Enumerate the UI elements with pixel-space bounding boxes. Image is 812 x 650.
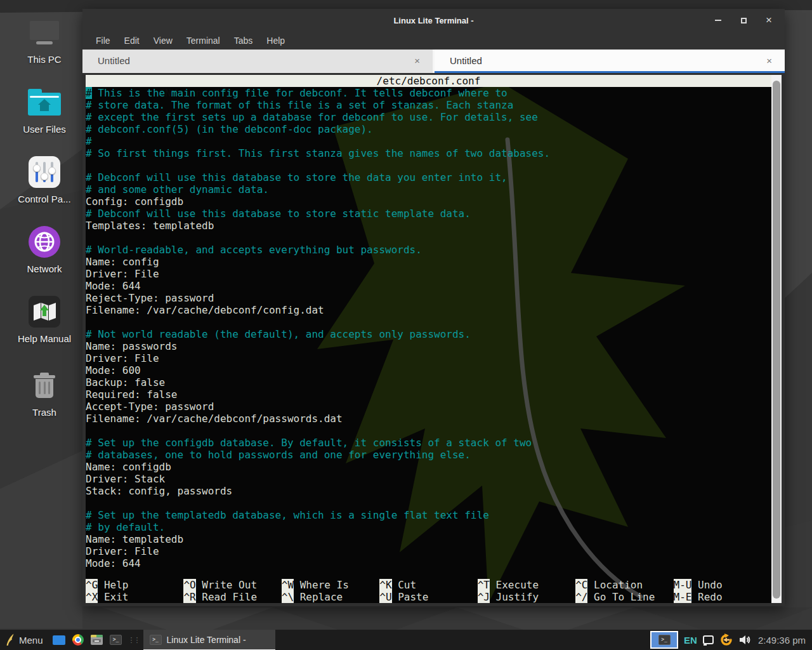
editor-line: # Set up the configdb database. By defau… (86, 437, 771, 449)
tab-untitled-1[interactable]: Untitled × (82, 50, 433, 73)
linux-lite-feather-icon (5, 633, 15, 646)
system-tray: >_ EN 2:49:36 pm (650, 630, 812, 650)
nano-shortcut: ^KCut (379, 579, 477, 591)
tab-close-icon[interactable]: × (766, 55, 772, 66)
show-desktop-button[interactable] (51, 632, 67, 648)
nano-shortcut: M-UUndo (674, 579, 771, 591)
window-titlebar[interactable]: Linux Lite Terminal - × (82, 9, 785, 32)
editor-line: Filename: /var/cache/debconf/config.dat (86, 304, 771, 316)
menu-edit[interactable]: Edit (117, 36, 147, 46)
taskbar: Menu >_ ⋮⋮ >_ Linux Lite Terminal - >_ E… (0, 630, 812, 650)
editor-line: # Debconf will use this database to stor… (86, 208, 771, 220)
editor-line: Filename: /var/cache/debconf/passwords.d… (86, 413, 771, 425)
editor-line (86, 497, 771, 509)
editor-line: # (86, 135, 771, 147)
nano-filename: /etc/debconf.conf (86, 75, 771, 87)
desktop-icon-user-files[interactable]: User Files (9, 86, 80, 135)
menu-view[interactable]: View (147, 36, 180, 46)
editor-line: Driver: File (86, 268, 771, 280)
desktop: This PC User Files Control Pa... (0, 0, 812, 650)
nano-shortcut: ^\Replace (282, 591, 379, 603)
chrome-launcher[interactable] (70, 632, 86, 648)
desktop-icon-help-manual[interactable]: Help Manual (9, 296, 80, 344)
editor-line: # by default. (86, 521, 771, 533)
update-notifier-icon[interactable] (719, 633, 733, 647)
menu-file[interactable]: File (89, 36, 117, 46)
editor-line: Name: config (86, 256, 771, 268)
desktop-icon-label: Help Manual (9, 333, 80, 344)
terminal-launcher[interactable]: >_ (108, 632, 124, 648)
editor-line: # Set up the templatedb database, which … (86, 509, 771, 521)
nano-shortcuts-row-2: ^XExit^RRead File^\Replace^UPaste^JJusti… (86, 591, 771, 603)
editor-line (86, 316, 771, 328)
nano-shortcut: ^CLocation (575, 579, 673, 591)
desktop-icon-label: User Files (9, 124, 80, 135)
start-menu-button[interactable]: Menu (0, 630, 49, 650)
editor-line: Accept-Type: password (86, 401, 771, 413)
editor-line: # debconf.conf(5) (in the debconf-doc pa… (86, 123, 771, 135)
keyboard-layout-indicator[interactable]: EN (684, 635, 697, 646)
nano-shortcut: ^/Go To Line (575, 591, 673, 603)
editor-line: Driver: Stack (86, 473, 771, 485)
display-tray-icon[interactable] (703, 635, 714, 644)
clock[interactable]: 2:49:36 pm (758, 635, 806, 646)
trash-icon (9, 369, 80, 401)
desktop-icon-this-pc[interactable]: This PC (9, 17, 80, 65)
menu-tabs[interactable]: Tabs (227, 36, 260, 46)
terminal-window: Linux Lite Terminal - × FileEditViewTerm… (82, 9, 785, 606)
tab-label: Untitled (98, 55, 130, 66)
tab-untitled-2[interactable]: Untitled × (435, 50, 785, 73)
text-cursor: # (86, 87, 92, 99)
editor-line: Backup: false (86, 376, 771, 388)
editor-line: Required: false (86, 388, 771, 401)
editor-line: # store data. The format of this file is… (86, 99, 771, 111)
tray-terminal-button[interactable]: >_ (650, 631, 678, 649)
menu-help[interactable]: Help (259, 36, 292, 46)
menu-terminal[interactable]: Terminal (180, 36, 227, 46)
panel-separator[interactable]: ⋮⋮ (128, 636, 140, 644)
nano-shortcut: ^JJustify (478, 591, 575, 603)
editor-line: # except the first sets up a database fo… (86, 111, 771, 123)
taskbar-window-button[interactable]: >_ Linux Lite Terminal - (143, 630, 275, 650)
sliders-icon (9, 156, 80, 188)
desktop-icon-label: Control Pa... (9, 194, 80, 204)
nano-shortcut: ^XExit (86, 591, 183, 603)
editor-line: Name: configdb (86, 461, 771, 473)
editor-line: Driver: File (86, 545, 771, 557)
editor-line: Stack: config, passwords (86, 485, 771, 497)
file-manager-launcher[interactable] (89, 632, 105, 648)
editor-line: Name: passwords (86, 340, 771, 352)
terminal-screen[interactable]: GNU nano 7.2 /etc/debconf.conf # This is… (86, 75, 771, 603)
nano-shortcuts-row-1: ^GHelp^OWrite Out^WWhere Is^KCut^TExecut… (86, 579, 771, 591)
desktop-icon-trash[interactable]: Trash (9, 369, 80, 418)
editor-line: Mode: 644 (86, 557, 771, 569)
home-folder-icon (9, 86, 80, 118)
editor-line: Reject-Type: password (86, 292, 771, 304)
tab-label: Untitled (450, 55, 482, 66)
nano-shortcut: M-ERedo (674, 591, 771, 603)
nano-shortcut: ^WWhere Is (282, 579, 379, 591)
nano-shortcut: ^RRead File (183, 591, 281, 603)
maximize-button[interactable] (739, 16, 748, 25)
volume-icon[interactable] (739, 635, 751, 645)
close-button[interactable]: × (764, 16, 773, 25)
nano-shortcut: ^GHelp (86, 579, 183, 591)
nano-shortcut: ^UPaste (379, 591, 477, 603)
menu-label: Menu (19, 635, 43, 646)
menu-bar: FileEditViewTerminalTabsHelp (82, 32, 785, 50)
tab-close-icon[interactable]: × (414, 55, 420, 66)
minimize-button[interactable] (714, 16, 723, 25)
editor-line: Mode: 644 (86, 280, 771, 292)
editor-line: # Not world readable (the default), and … (86, 328, 771, 340)
file-manager-icon (91, 635, 103, 645)
desktop-icon-network[interactable]: Network (9, 226, 80, 274)
scrollbar-track[interactable] (771, 75, 782, 603)
this-pc-icon (9, 17, 80, 48)
editor-line: Config: configdb (86, 196, 771, 208)
editor-line (86, 159, 771, 171)
editor-text: # This is the main config file for debco… (86, 87, 771, 569)
desktop-icon-control-panel[interactable]: Control Pa... (9, 156, 80, 204)
editor-line: # World-readable, and accepts everything… (86, 244, 771, 256)
chrome-icon (72, 634, 84, 646)
scrollbar-thumb[interactable] (773, 81, 780, 599)
